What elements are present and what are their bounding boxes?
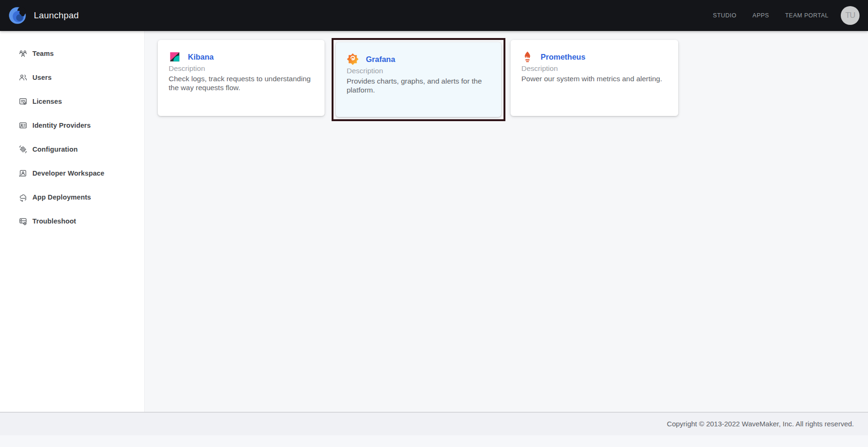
- app-title: Launchpad: [34, 10, 79, 21]
- troubleshoot-icon: [18, 216, 28, 226]
- sidebar-item-app-deployments[interactable]: App Deployments: [0, 185, 144, 209]
- sidebar-item-developer-workspace[interactable]: Developer Workspace: [0, 161, 144, 185]
- card-header: Grafana: [347, 53, 491, 65]
- nav-apps[interactable]: APPS: [752, 12, 769, 19]
- users-icon: [18, 73, 28, 82]
- copyright-text: Copyright © 2013-2022 WaveMaker, Inc. Al…: [0, 413, 868, 435]
- sidebar-item-teams[interactable]: Teams: [0, 41, 144, 65]
- prometheus-logo-icon: [521, 51, 534, 63]
- identity-providers-icon: [18, 121, 28, 130]
- sidebar-item-identity-providers[interactable]: Identity Providers: [0, 113, 144, 137]
- app-card-kibana[interactable]: Kibana Description Check logs, track req…: [158, 40, 325, 116]
- sidebar-item-label: Licenses: [32, 98, 62, 105]
- sidebar-item-label: Troubleshoot: [32, 217, 76, 225]
- licenses-icon: [18, 97, 28, 106]
- app-card-prometheus[interactable]: Prometheus Description Power our system …: [511, 40, 678, 116]
- app-deployments-icon: [18, 193, 28, 202]
- app-card-grafana[interactable]: Grafana Description Provides charts, gra…: [336, 42, 501, 117]
- header-nav: STUDIO APPS TEAM PORTAL TU: [697, 6, 860, 25]
- sidebar-item-label: Identity Providers: [32, 122, 91, 129]
- bottom-strip: [0, 435, 868, 447]
- app-link-kibana[interactable]: Kibana: [188, 53, 214, 62]
- sidebar-item-configuration[interactable]: Configuration: [0, 137, 144, 161]
- app-description: Check logs, track requests to understand…: [169, 74, 314, 92]
- developer-workspace-icon: [18, 169, 28, 178]
- sidebar-item-troubleshoot[interactable]: Troubleshoot: [0, 209, 144, 233]
- app-link-prometheus[interactable]: Prometheus: [541, 53, 585, 62]
- description-label: Description: [169, 64, 314, 73]
- content-row: Teams Users: [0, 31, 868, 412]
- sidebar-item-label: Developer Workspace: [32, 170, 104, 177]
- sidebar-item-label: App Deployments: [32, 193, 91, 201]
- app-description: Provides charts, graphs, and alerts for …: [347, 77, 491, 94]
- nav-studio[interactable]: STUDIO: [713, 12, 736, 19]
- user-avatar[interactable]: TU: [841, 6, 860, 25]
- brand[interactable]: Launchpad: [8, 6, 79, 25]
- selection-highlight: Grafana Description Provides charts, gra…: [332, 38, 505, 121]
- sidebar-item-licenses[interactable]: Licenses: [0, 89, 144, 113]
- grafana-logo-icon: [347, 53, 359, 65]
- apps-panel: Kibana Description Check logs, track req…: [145, 31, 868, 412]
- description-label: Description: [347, 67, 491, 75]
- app-link-grafana[interactable]: Grafana: [366, 55, 395, 64]
- footer: Copyright © 2013-2022 WaveMaker, Inc. Al…: [0, 412, 868, 435]
- top-bar: Launchpad STUDIO APPS TEAM PORTAL TU: [0, 0, 868, 31]
- card-header: Kibana: [169, 51, 314, 63]
- sidebar: Teams Users: [0, 31, 145, 412]
- sidebar-item-users[interactable]: Users: [0, 65, 144, 89]
- configuration-icon: [18, 145, 28, 154]
- sidebar-item-label: Teams: [32, 50, 54, 57]
- wavemaker-logo-icon: [8, 6, 27, 25]
- sidebar-item-label: Configuration: [32, 146, 78, 153]
- launchpad-page: Launchpad STUDIO APPS TEAM PORTAL TU Tea…: [0, 0, 868, 447]
- teams-icon: [18, 49, 28, 58]
- nav-team-portal[interactable]: TEAM PORTAL: [785, 12, 829, 19]
- sidebar-item-label: Users: [32, 74, 52, 81]
- app-description: Power our system with metrics and alerti…: [521, 74, 668, 83]
- kibana-logo-icon: [169, 51, 181, 63]
- card-header: Prometheus: [521, 51, 668, 63]
- description-label: Description: [521, 64, 668, 73]
